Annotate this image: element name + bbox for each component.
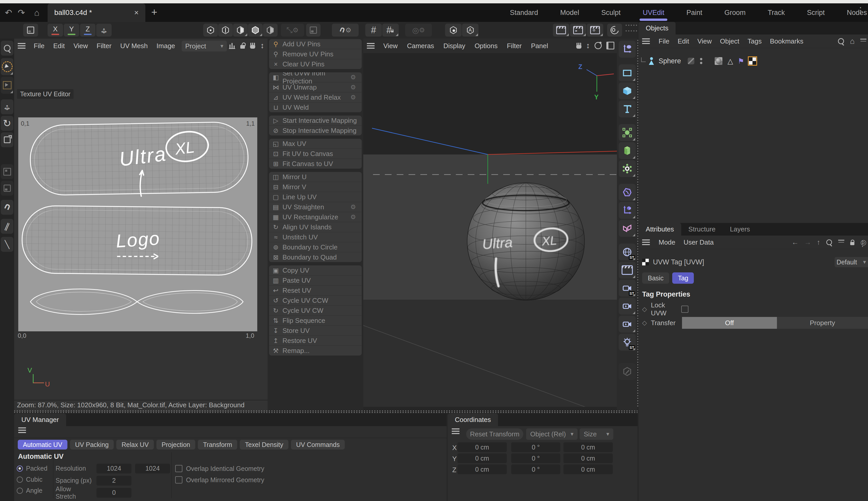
pen-axis-button[interactable] — [619, 41, 636, 58]
radio-packed[interactable]: Packed — [17, 463, 47, 474]
menu-item-edit[interactable]: Edit — [678, 37, 689, 45]
uvman-button-projection[interactable]: Projection — [156, 440, 195, 449]
redo-icon[interactable]: ↷ — [15, 3, 28, 22]
null-axis-button[interactable] — [619, 202, 636, 219]
text-object-button[interactable] — [619, 100, 636, 117]
generator-gear-button[interactable] — [619, 160, 636, 177]
tab-structure[interactable]: Structure — [681, 223, 723, 236]
menu-item-file[interactable]: File — [659, 37, 669, 45]
viewport-maximize-icon[interactable] — [606, 42, 614, 50]
uv-command-clear-uv-pins[interactable]: ×Clear UV Pins — [269, 59, 362, 69]
viewport-dolly-icon[interactable]: ↕ — [586, 41, 590, 50]
up-icon[interactable]: ↑ — [817, 238, 821, 246]
uv-command-stop-interactive-mapping[interactable]: ⊘Stop Interactive Mapping — [269, 126, 362, 136]
radio-circle-cubic[interactable] — [17, 477, 23, 483]
uv-manager-menu-icon[interactable] — [18, 427, 26, 428]
attributes-menu-icon[interactable] — [642, 239, 650, 241]
checkbox-overlap-identical-geometry[interactable] — [175, 465, 183, 472]
uv-command-add-uv-pins[interactable]: ⚲Add UV Pins — [269, 39, 362, 49]
snap-settings-button[interactable]: ∪ ⚙ — [332, 24, 359, 36]
selection-tag-icon[interactable]: ⚑ — [738, 57, 744, 65]
subtab-basic[interactable]: Basic — [642, 273, 669, 284]
spacing-px-input-0[interactable]: 2 — [97, 476, 131, 486]
coord-z-size-input[interactable]: 0 cm — [563, 465, 613, 474]
tab-coordinates[interactable]: Coordinates — [448, 414, 498, 426]
uvman-button-relax-uv[interactable]: Relax UV — [116, 440, 154, 449]
quantize-lock-button[interactable]: # — [382, 24, 399, 36]
uv-command-unstitch-uv[interactable]: ≈Unstitch UV — [269, 232, 362, 242]
uv-command-max-uv[interactable]: ◱Max UV — [269, 139, 362, 149]
menu-item-bookmarks[interactable]: Bookmarks — [770, 37, 803, 45]
polygons-mode-button[interactable] — [233, 24, 248, 36]
menu-item-tags[interactable]: Tags — [748, 37, 762, 45]
preset-dropdown[interactable]: Default▾ — [835, 257, 868, 267]
isolate-button[interactable] — [306, 24, 320, 36]
render-view-button[interactable] — [553, 24, 569, 36]
menu-item-panel[interactable]: Panel — [531, 42, 548, 50]
coord-size-dropdown[interactable]: Size▾ — [580, 428, 613, 440]
mode-tab-model[interactable]: Model — [559, 4, 580, 21]
toolbar-drag-dots2[interactable] — [626, 30, 637, 31]
checkbox-overlap-mirrored-geometry[interactable] — [175, 476, 183, 483]
subdivision-surface-button[interactable] — [619, 124, 636, 141]
settings-gear-icon[interactable]: ⚙ — [350, 213, 362, 221]
uv-command-store-uv[interactable]: ↧Store UV — [269, 326, 362, 336]
reset-transform-button[interactable]: Reset Transform — [466, 428, 523, 440]
stage-object-button[interactable] — [619, 262, 636, 279]
menu-item-filter[interactable]: Filter — [97, 42, 112, 50]
deformer-button[interactable] — [619, 184, 636, 201]
settings-gear-icon[interactable]: ⚙ — [350, 84, 362, 91]
lock-uvw-checkbox[interactable] — [681, 306, 689, 313]
frame-tool-button[interactable] — [1, 164, 13, 179]
coord-y-position-input[interactable]: 0 cm — [458, 454, 507, 463]
uv-command-mirror-v[interactable]: ⊟Mirror V — [269, 182, 362, 192]
move-tool-button[interactable]: ↔↕ — [1, 99, 13, 114]
toolbar-drag-dots[interactable] — [626, 25, 637, 26]
uv-command-start-interactive-mapping[interactable]: ▷Start Interactive Mapping — [269, 116, 362, 126]
plane-tool-button[interactable]: ╲ — [1, 237, 13, 252]
uv-command-uv-straighten[interactable]: ▤UV Straighten⚙ — [269, 202, 362, 212]
edges-mode-button[interactable] — [218, 24, 233, 36]
attributes-filter-icon[interactable] — [838, 240, 844, 241]
live-selection-button[interactable] — [1, 58, 13, 75]
uv-command-set-uvw-from-projection[interactable]: ◧Set UVW from Projection⚙ — [269, 72, 362, 82]
viewport-solo-button[interactable] — [23, 24, 38, 36]
uv-command-uv-unwrap[interactable]: ⋈UV Unwrap⚙ — [269, 82, 362, 93]
key-diamond-icon2[interactable]: ◇ — [642, 319, 651, 327]
uv-command-cycle-uv-ccw[interactable]: ↺Cycle UV CCW — [269, 296, 362, 306]
snap-tool-button[interactable]: ∪ — [1, 200, 13, 215]
viewport-canvas[interactable]: Ultra XL Y X Z — [363, 53, 617, 407]
coord-z-rotation-input[interactable]: 0 ° — [511, 465, 560, 474]
uv-command-boundary-to-quad[interactable]: ⊠Boundary to Quad — [269, 252, 362, 262]
uv-command-uv-weld-and-relax[interactable]: ⊿UV Weld and Relax⚙ — [269, 93, 362, 103]
project-dropdown[interactable]: Project ▾ — [182, 41, 227, 52]
radio-angle[interactable]: Angle — [17, 485, 47, 496]
crane-camera-button[interactable] — [619, 316, 636, 333]
resolution-input-1[interactable]: 1024 — [135, 464, 170, 473]
cube-primitive-button[interactable] — [619, 82, 636, 99]
render-region-button[interactable]: ▸ — [570, 24, 586, 36]
coordinates-menu-icon[interactable] — [452, 428, 460, 429]
object-row-sphere[interactable]: Sphere △ ⚑ — [638, 55, 868, 67]
zoom-tool-button[interactable] — [1, 41, 13, 56]
render-settings-button[interactable]: ⚙ — [587, 24, 603, 36]
uv-command-line-up-uv[interactable]: ▢Line Up UV — [269, 192, 362, 202]
motion-camera-button[interactable] — [619, 298, 636, 315]
phong-tag-icon[interactable]: △ — [727, 57, 733, 65]
menu-item-uv-mesh[interactable]: UV Mesh — [120, 42, 148, 50]
new-tab-button[interactable]: + — [151, 3, 157, 21]
layout-more-icon[interactable]: ⋮ — [856, 5, 865, 15]
radio-cubic[interactable]: Cubic — [17, 474, 47, 485]
uvw-tag-icon[interactable] — [749, 57, 756, 65]
uvman-button-uv-packing[interactable]: UV Packing — [70, 440, 114, 449]
menu-item-options[interactable]: Options — [475, 42, 498, 50]
quantize-button[interactable]: # — [365, 24, 382, 36]
uv-command-paste-uv[interactable]: ▥Paste UV — [269, 276, 362, 286]
menu-item-image[interactable]: Image — [156, 42, 175, 50]
sky-object-button[interactable]: ST — [619, 244, 636, 260]
menu-item-file[interactable]: File — [34, 42, 44, 50]
uv-command-uv-rectangularize[interactable]: ▦UV Rectangularize⚙ — [269, 212, 362, 222]
mode-tab-uvedit[interactable]: UVEdit — [641, 4, 665, 21]
document-tab[interactable]: ball03.c4d * × — [47, 3, 145, 22]
enable-toggle[interactable] — [688, 58, 694, 64]
